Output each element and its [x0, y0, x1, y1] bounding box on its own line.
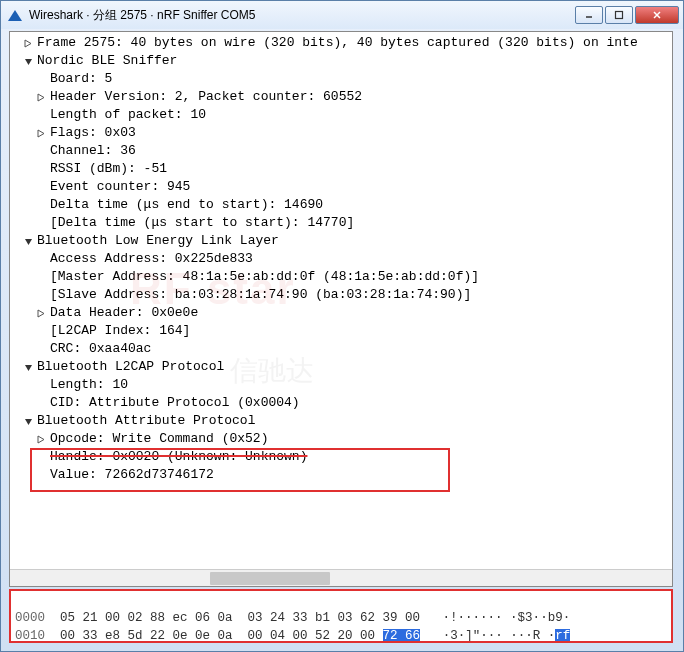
event-counter-field[interactable]: Event counter: 945	[50, 178, 190, 196]
opcode-field[interactable]: Opcode: Write Command (0x52)	[50, 430, 268, 448]
tree-row: Frame 2575: 40 bytes on wire (320 bits),…	[24, 34, 672, 52]
ascii[interactable]: ·!······ ·$3··b9·	[443, 611, 571, 625]
tree-row: Length of packet: 10	[24, 106, 672, 124]
ble-link-layer[interactable]: Bluetooth Low Energy Link Layer	[37, 232, 279, 250]
tree-row: Length: 10	[24, 376, 672, 394]
tree-row: Bluetooth Attribute Protocol	[24, 412, 672, 430]
collapse-icon[interactable]	[24, 237, 33, 246]
tree-row: Header Version: 2, Packet counter: 60552	[24, 88, 672, 106]
offset: 0000	[15, 611, 45, 625]
slave-address-field[interactable]: [Slave Address: ba:03:28:1a:74:90 (ba:03…	[50, 286, 471, 304]
offset: 0010	[15, 629, 45, 643]
access-address-field[interactable]: Access Address: 0x225de833	[50, 250, 253, 268]
expand-icon[interactable]	[37, 93, 46, 102]
svg-marker-13	[38, 436, 44, 443]
master-address-field[interactable]: [Master Address: 48:1a:5e:ab:dd:0f (48:1…	[50, 268, 479, 286]
highlight-handle-value	[30, 448, 450, 492]
tree-row: Nordic BLE Sniffer	[24, 52, 672, 70]
close-button[interactable]	[635, 6, 679, 24]
tree-row: CRC: 0xaa40ac	[24, 340, 672, 358]
minimize-button[interactable]	[575, 6, 603, 24]
wireshark-icon	[7, 7, 23, 23]
hex-bytes-selected[interactable]: 72 66	[383, 629, 421, 643]
frame-summary[interactable]: Frame 2575: 40 bytes on wire (320 bits),…	[37, 34, 638, 52]
titlebar[interactable]: Wireshark · 分组 2575 · nRF Sniffer COM5	[1, 1, 683, 29]
collapse-icon[interactable]	[24, 363, 33, 372]
tree-row: CID: Attribute Protocol (0x0004)	[24, 394, 672, 412]
window-frame: Wireshark · 分组 2575 · nRF Sniffer COM5 R…	[0, 0, 684, 652]
tree-row: Board: 5	[24, 70, 672, 88]
data-header-field[interactable]: Data Header: 0x0e0e	[50, 304, 198, 322]
expand-icon[interactable]	[24, 39, 33, 48]
maximize-button[interactable]	[605, 6, 633, 24]
tree-row: Data Header: 0x0e0e	[24, 304, 672, 322]
scrollbar-thumb[interactable]	[210, 572, 330, 585]
tree-row: Opcode: Write Command (0x52)	[24, 430, 672, 448]
expand-icon[interactable]	[37, 129, 46, 138]
svg-marker-9	[25, 239, 32, 245]
tree-row: RSSI (dBm): -51	[24, 160, 672, 178]
att-protocol[interactable]: Bluetooth Attribute Protocol	[37, 412, 255, 430]
svg-marker-0	[8, 10, 22, 21]
hex-bytes[interactable]: 05 21 00 02 88 ec 06 0a 03 24 33 b1 03 6…	[60, 611, 420, 625]
svg-marker-5	[25, 40, 31, 47]
tree-row: [Master Address: 48:1a:5e:ab:dd:0f (48:1…	[24, 268, 672, 286]
tree-row: Channel: 36	[24, 142, 672, 160]
tree-row: [L2CAP Index: 164]	[24, 322, 672, 340]
tree-row: Bluetooth L2CAP Protocol	[24, 358, 672, 376]
rssi-field[interactable]: RSSI (dBm): -51	[50, 160, 167, 178]
cid-field[interactable]: CID: Attribute Protocol (0x0004)	[50, 394, 300, 412]
tree-row: Event counter: 945	[24, 178, 672, 196]
hex-bytes[interactable]: 00 33 e8 5d 22 0e 0e 0a 00 04 00 52 20 0…	[60, 629, 383, 643]
svg-marker-11	[25, 365, 32, 371]
svg-marker-12	[25, 419, 32, 425]
collapse-icon[interactable]	[24, 417, 33, 426]
ascii[interactable]: ·3·]"··· ···R ·	[435, 629, 555, 643]
collapse-icon[interactable]	[24, 57, 33, 66]
l2cap-protocol[interactable]: Bluetooth L2CAP Protocol	[37, 358, 224, 376]
tree-row: Flags: 0x03	[24, 124, 672, 142]
packet-details-pane[interactable]: RF star 信驰达 Frame 2575: 40 bytes on wire…	[9, 31, 673, 587]
window-controls	[575, 6, 679, 24]
expand-icon[interactable]	[37, 309, 46, 318]
svg-marker-10	[38, 310, 44, 317]
window-title: Wireshark · 分组 2575 · nRF Sniffer COM5	[29, 7, 575, 24]
tree-row: [Slave Address: ba:03:28:1a:74:90 (ba:03…	[24, 286, 672, 304]
svg-marker-7	[38, 94, 44, 101]
board-field[interactable]: Board: 5	[50, 70, 112, 88]
tree-row: Bluetooth Low Energy Link Layer	[24, 232, 672, 250]
delta-time-end-field[interactable]: Delta time (μs end to start): 14690	[50, 196, 323, 214]
tree-row: [Delta time (μs start to start): 14770]	[24, 214, 672, 232]
channel-field[interactable]: Channel: 36	[50, 142, 136, 160]
crc-field[interactable]: CRC: 0xaa40ac	[50, 340, 151, 358]
tree-row: Delta time (μs end to start): 14690	[24, 196, 672, 214]
header-version-field[interactable]: Header Version: 2, Packet counter: 60552	[50, 88, 362, 106]
l2cap-length-field[interactable]: Length: 10	[50, 376, 128, 394]
nordic-ble-sniffer[interactable]: Nordic BLE Sniffer	[37, 52, 177, 70]
delta-time-start-field[interactable]: [Delta time (μs start to start): 14770]	[50, 214, 354, 232]
ascii-selected[interactable]: rf	[555, 629, 570, 643]
svg-marker-8	[38, 130, 44, 137]
expand-icon[interactable]	[37, 435, 46, 444]
tree-row: Access Address: 0x225de833	[24, 250, 672, 268]
hscrollbar[interactable]	[10, 569, 672, 586]
svg-rect-2	[616, 12, 623, 19]
proto-tree[interactable]: Frame 2575: 40 bytes on wire (320 bits),…	[10, 32, 672, 486]
l2cap-index-field[interactable]: [L2CAP Index: 164]	[50, 322, 190, 340]
svg-marker-6	[25, 59, 32, 65]
hex-dump-pane[interactable]: 0000 05 21 00 02 88 ec 06 0a 03 24 33 b1…	[9, 589, 673, 643]
length-of-packet-field[interactable]: Length of packet: 10	[50, 106, 206, 124]
flags-field[interactable]: Flags: 0x03	[50, 124, 136, 142]
